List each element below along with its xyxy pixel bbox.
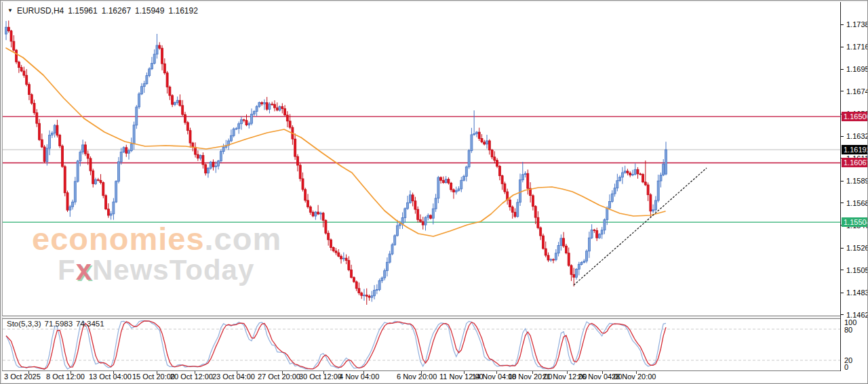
sto-k-line[interactable] bbox=[6, 321, 666, 370]
price-axis-tick: 1.15895 bbox=[846, 177, 868, 185]
price-axis-tickmark bbox=[841, 248, 844, 249]
trendline[interactable] bbox=[574, 168, 707, 285]
stochastic-pane[interactable] bbox=[2, 318, 841, 370]
symbol-label: EURUSD,H4 bbox=[17, 6, 64, 16]
ohlc-high: 1.16267 bbox=[102, 6, 131, 16]
sto-axis-tick: 0 bbox=[844, 363, 848, 371]
price-axis-tick: 1.15260 bbox=[846, 244, 868, 252]
time-axis-label: 15 Oct 20:00 bbox=[132, 372, 175, 381]
price-tag-resistance-line-1: 1.16506 bbox=[842, 112, 868, 121]
price-axis-tick: 1.15685 bbox=[846, 199, 868, 207]
price-axis-tickmark bbox=[841, 91, 844, 91]
price-axis-tick: 1.16320 bbox=[846, 132, 868, 140]
price-axis-tickmark bbox=[841, 202, 844, 203]
time-axis-label: 6 Nov 20:00 bbox=[397, 372, 437, 381]
mt4-chart-window: economies.com FxNewsToday ▼EURUSD,H41.15… bbox=[0, 0, 868, 384]
price-axis-tickmark bbox=[841, 24, 844, 25]
time-axis-label: 27 Oct 20:00 bbox=[258, 372, 300, 381]
price-axis-tickmark bbox=[841, 293, 844, 293]
main-chart-pane[interactable] bbox=[2, 2, 841, 316]
ohlc-close: 1.16192 bbox=[168, 6, 197, 16]
price-axis-tick: 1.17165 bbox=[846, 43, 868, 51]
time-axis-label: 23 Oct 04:00 bbox=[212, 372, 255, 381]
price-axis-tick: 1.17380 bbox=[846, 20, 868, 28]
time-axis-label: 13 Oct 04:00 bbox=[89, 372, 132, 381]
stochastic-label: Sto(5,3,3)71.598374.3451 bbox=[7, 320, 108, 328]
price-axis-tickmark bbox=[841, 181, 844, 182]
price-tag-support-line: 1.15504 bbox=[842, 217, 868, 227]
price-axis-tickmark bbox=[841, 136, 844, 137]
price-axis-tick: 1.16745 bbox=[846, 87, 868, 95]
price-tag-bid-price-line: 1.16192 bbox=[842, 145, 868, 154]
stochastic-k-value: 71.5983 bbox=[45, 320, 73, 328]
ohlc-low: 1.15949 bbox=[135, 6, 164, 16]
sto-axis-tick: 80 bbox=[844, 326, 852, 334]
price-axis-tick: 1.14835 bbox=[846, 289, 868, 297]
time-axis-label: 8 Oct 12:00 bbox=[46, 372, 85, 381]
time-axis[interactable]: 3 Oct 20258 Oct 12:0013 Oct 04:0015 Oct … bbox=[2, 371, 840, 383]
price-tag-resistance-line-2: 1.16067 bbox=[842, 158, 868, 167]
symbol-dropdown-icon[interactable]: ▼ bbox=[7, 7, 13, 14]
price-axis-tickmark bbox=[841, 270, 844, 270]
time-axis-label: 30 Oct 12:00 bbox=[299, 372, 342, 381]
chart-header: ▼EURUSD,H41.159611.162671.159491.16192 bbox=[7, 6, 198, 16]
price-axis-tick: 1.15050 bbox=[846, 266, 868, 274]
time-axis-label: 20 Oct 12:00 bbox=[170, 372, 213, 381]
price-axis[interactable]: 1.173801.171651.169551.167451.165301.163… bbox=[840, 2, 868, 371]
time-axis-label: 4 Nov 04:00 bbox=[339, 372, 379, 381]
time-axis-label: 28 Nov 20:00 bbox=[612, 372, 656, 381]
chart-area: economies.com FxNewsToday ▼EURUSD,H41.15… bbox=[2, 2, 867, 383]
stochastic-name: Sto(5,3,3) bbox=[7, 320, 41, 328]
ohlc-open: 1.15961 bbox=[68, 6, 97, 16]
time-axis-label: 3 Oct 2025 bbox=[4, 372, 41, 381]
price-axis-tickmark bbox=[841, 47, 844, 47]
price-axis-tick: 1.16955 bbox=[846, 65, 868, 73]
price-axis-tickmark bbox=[841, 69, 844, 70]
stochastic-d-value: 74.3451 bbox=[76, 320, 104, 328]
price-axis-tickmark bbox=[841, 314, 844, 315]
